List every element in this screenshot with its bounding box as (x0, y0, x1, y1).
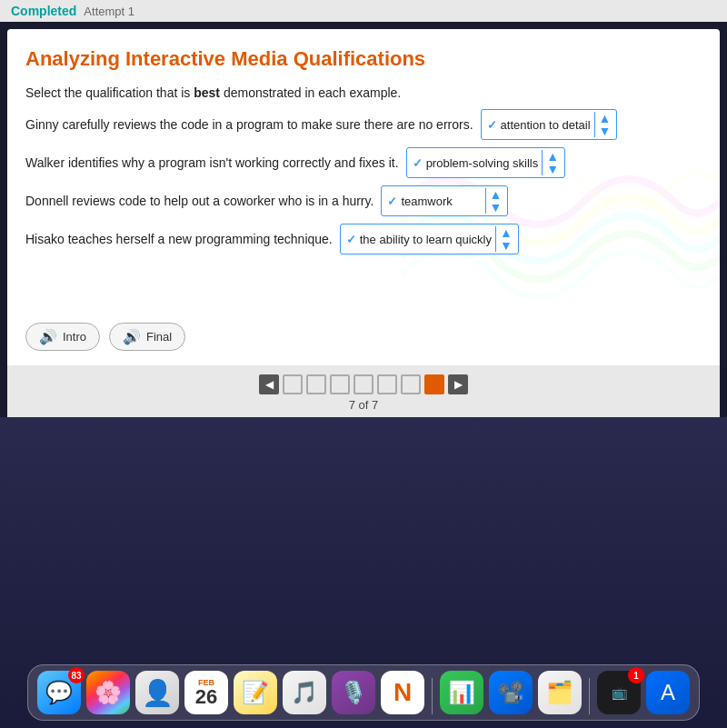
main-content: Analyzing Interactive Media Qualificatio… (7, 29, 720, 365)
dock-keynote-icon[interactable]: 📽️ (489, 671, 533, 714)
nav-page-3[interactable] (330, 374, 350, 394)
appletv-icon-glyph: 📺 (612, 685, 627, 700)
question-text-2: Walker identifies why a program isn't wo… (25, 155, 399, 170)
question-text-3: Donnell reviews code to help out a cowor… (25, 194, 373, 208)
question-row-1: Ginny carefully reviews the code in a pr… (25, 109, 702, 140)
page-count: 7 of 7 (349, 398, 379, 412)
calendar-day: 26 (195, 687, 217, 707)
checkmark-4: ✓ (346, 233, 356, 246)
answer-select-2[interactable]: ✓ problem-solving skills ▲▼ (406, 147, 565, 178)
intro-button[interactable]: 🔊 Intro (25, 323, 100, 351)
select-arrow-4: ▲▼ (495, 226, 513, 252)
music-icon-glyph: 🎵 (291, 680, 318, 705)
intro-label: Intro (63, 330, 86, 344)
dock: 💬 83 🌸 👤 FEB 26 📝 🎵 🎙️ N 📊 (27, 664, 700, 721)
nav-page-7[interactable] (424, 374, 444, 394)
answer-select-3[interactable]: ✓ teamwork ▲▼ (381, 185, 508, 216)
instructions: Select the qualification that is best de… (25, 85, 702, 100)
bottom-buttons: 🔊 Intro 🔊 Final (25, 323, 185, 351)
nav-page-1[interactable] (283, 374, 303, 394)
numbers-icon-glyph: 📊 (448, 680, 475, 705)
dock-appstore-icon[interactable]: A (646, 671, 690, 714)
podcasts-icon-glyph: 🎙️ (340, 680, 367, 705)
page-nav: ◀ ▶ (259, 374, 468, 394)
dock-calendar-icon[interactable]: FEB 26 (184, 671, 228, 714)
question-row-4: Hisako teaches herself a new programming… (25, 224, 702, 254)
answer-text-4: the ability to learn quickly (360, 233, 492, 246)
instructions-bold: best (194, 85, 220, 100)
dock-notes-icon[interactable]: 📝 (234, 671, 277, 714)
nav-page-2[interactable] (306, 374, 326, 394)
question-text-1: Ginny carefully reviews the code in a pr… (25, 117, 473, 132)
keynote-icon-glyph: 📽️ (497, 680, 524, 705)
nav-page-5[interactable] (377, 374, 397, 394)
instructions-suffix: demonstrated in each example. (220, 85, 401, 100)
answer-text-1: attention to detail (501, 118, 591, 132)
appstore-icon-glyph: A (661, 680, 675, 705)
dock-files-icon[interactable]: 🗂️ (538, 671, 582, 714)
select-arrow-1: ▲▼ (594, 112, 612, 137)
notes-icon-glyph: 📝 (242, 680, 269, 705)
dock-contacts-icon[interactable]: 👤 (135, 671, 179, 714)
answer-select-4[interactable]: ✓ the ability to learn quickly ▲▼ (340, 224, 519, 254)
page-title: Analyzing Interactive Media Qualificatio… (25, 47, 702, 71)
dock-photos-icon[interactable]: 🌸 (86, 671, 130, 714)
photos-icon-glyph: 🌸 (95, 680, 122, 705)
answer-text-2: problem-solving skills (426, 156, 539, 170)
audio-icon-final: 🔊 (123, 328, 141, 345)
nav-prev-arrow[interactable]: ◀ (259, 374, 279, 394)
dock-area: 💬 83 🌸 👤 FEB 26 📝 🎵 🎙️ N 📊 (0, 417, 727, 728)
instructions-prefix: Select the qualification that is (25, 85, 194, 100)
nav-page-4[interactable] (354, 374, 373, 394)
files-icon-glyph: 🗂️ (546, 680, 573, 705)
answer-select-1[interactable]: ✓ attention to detail ▲▼ (481, 109, 618, 140)
question-row-2: Walker identifies why a program isn't wo… (25, 147, 702, 178)
final-button[interactable]: 🔊 Final (109, 323, 185, 351)
dock-news-icon[interactable]: N (381, 671, 424, 714)
question-text-4: Hisako teaches herself a new programming… (25, 232, 333, 246)
select-arrow-3: ▲▼ (485, 188, 503, 214)
news-icon-glyph: N (393, 678, 412, 707)
messages-icon-glyph: 💬 (45, 680, 73, 705)
nav-page-6[interactable] (401, 374, 421, 394)
attempt-label: Attempt 1 (84, 5, 134, 18)
dock-appletv-icon[interactable]: 📺 1 (597, 671, 641, 714)
dock-podcasts-icon[interactable]: 🎙️ (332, 671, 375, 714)
audio-icon-intro: 🔊 (39, 328, 57, 345)
checkmark-1: ✓ (487, 118, 497, 132)
navigation-area: ◀ ▶ 7 of 7 (7, 365, 720, 417)
checkmark-3: ✓ (387, 194, 397, 208)
messages-badge: 83 (68, 667, 85, 683)
contacts-icon-glyph: 👤 (142, 678, 174, 708)
dock-separator (432, 678, 433, 714)
final-label: Final (146, 330, 172, 344)
nav-next-arrow[interactable]: ▶ (448, 374, 468, 394)
dock-separator-2 (589, 678, 590, 714)
checkmark-2: ✓ (413, 156, 423, 170)
dock-messages-icon[interactable]: 💬 83 (37, 671, 81, 714)
answer-text-3: teamwork (401, 194, 452, 208)
top-bar: Completed Attempt 1 (0, 0, 727, 22)
dock-numbers-icon[interactable]: 📊 (440, 671, 483, 714)
dock-music-icon[interactable]: 🎵 (283, 671, 326, 714)
completed-badge: Completed (11, 4, 76, 18)
select-arrow-2: ▲▼ (542, 150, 559, 175)
appletv-badge: 1 (628, 667, 644, 683)
question-row-3: Donnell reviews code to help out a cowor… (25, 185, 702, 216)
